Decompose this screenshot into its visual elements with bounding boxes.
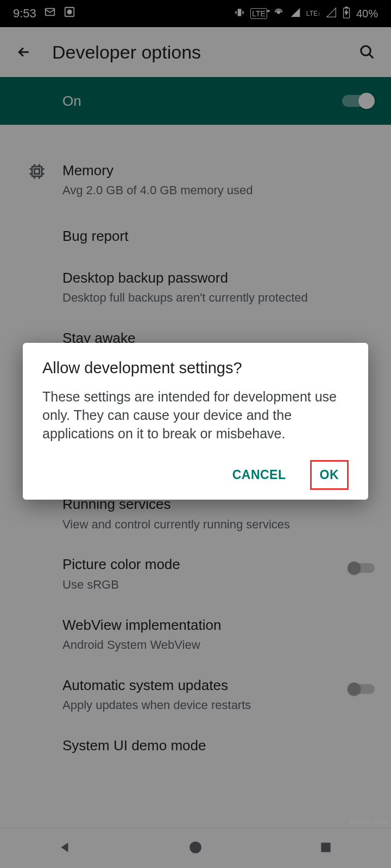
- watermark: wsxdn.com: [350, 817, 388, 826]
- confirm-dialog: Allow development settings? These settin…: [23, 343, 368, 500]
- ok-button[interactable]: OK: [310, 460, 349, 490]
- dialog-title: Allow development settings?: [42, 359, 349, 377]
- cancel-button[interactable]: CANCEL: [223, 460, 296, 490]
- dialog-body: These settings are intended for developm…: [42, 388, 349, 443]
